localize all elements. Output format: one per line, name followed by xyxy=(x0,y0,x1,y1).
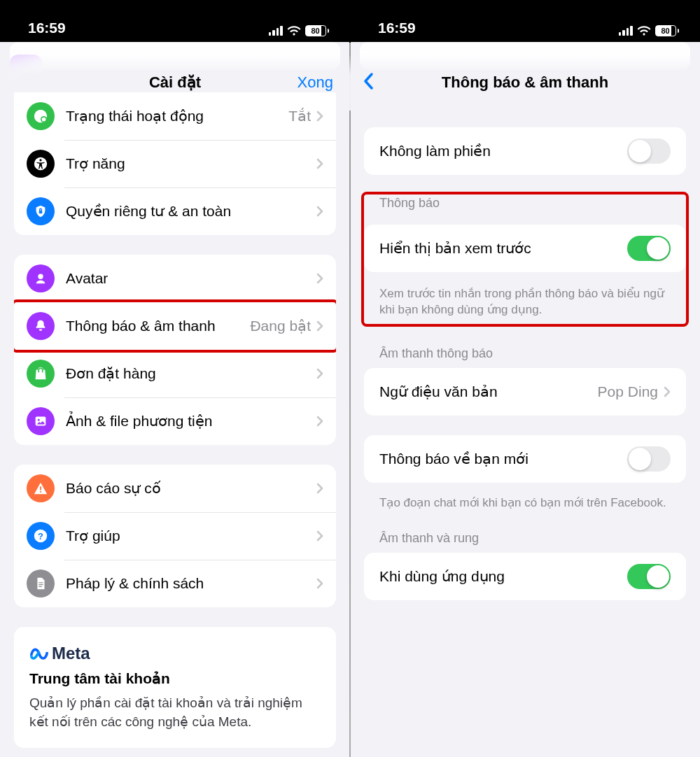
warning-icon xyxy=(27,474,55,502)
svg-rect-10 xyxy=(40,486,41,490)
row-help[interactable]: ? Trợ giúp xyxy=(14,512,336,560)
svg-point-9 xyxy=(38,419,40,421)
section-footer-preview: Xem trước tin nhắn trong phần thông báo … xyxy=(364,279,686,318)
chevron-right-icon xyxy=(316,578,323,589)
svg-rect-7 xyxy=(36,370,45,378)
row-label: Avatar xyxy=(66,270,316,287)
row-show-preview[interactable]: Hiển thị bản xem trước xyxy=(364,225,686,272)
chevron-right-icon xyxy=(316,206,323,217)
svg-point-4 xyxy=(39,159,41,161)
status-bar: 16:59 80 xyxy=(350,0,700,42)
status-time: 16:59 xyxy=(28,20,66,36)
row-label: Khi dùng ứng dụng xyxy=(379,568,627,585)
page-title: Cài đặt xyxy=(149,73,201,92)
group-preview: Hiển thị bản xem trước xyxy=(364,225,686,272)
row-do-not-disturb[interactable]: Không làm phiền xyxy=(364,127,686,175)
battery-icon: 80 xyxy=(305,25,330,36)
chevron-right-icon xyxy=(316,111,323,122)
chevron-right-icon xyxy=(316,530,323,542)
done-button[interactable]: Xong xyxy=(298,73,333,92)
row-legal[interactable]: Pháp lý & chính sách xyxy=(14,560,336,607)
row-privacy[interactable]: Quyền riêng tư & an toàn xyxy=(14,188,336,235)
status-indicators: 80 xyxy=(269,25,330,36)
row-label: Thông báo & âm thanh xyxy=(66,318,250,334)
chevron-right-icon xyxy=(316,273,323,284)
section-footer-newfriend: Tạo đoạn chat mới khi bạn có bạn mới trê… xyxy=(364,488,686,511)
settings-group-support: Báo cáo sự cố ? Trợ giúp Pháp lý & chính… xyxy=(14,465,336,607)
status-indicators: 80 xyxy=(619,25,680,36)
group-dnd: Không làm phiền xyxy=(364,127,686,175)
row-label: Trợ giúp xyxy=(66,528,316,544)
row-label: Trợ năng xyxy=(66,155,316,172)
row-text-tone[interactable]: Ngữ điệu văn bản Pop Ding xyxy=(364,368,686,416)
svg-point-11 xyxy=(40,491,41,493)
row-label: Đơn đặt hàng xyxy=(66,365,316,382)
chevron-right-icon xyxy=(316,483,323,494)
activity-status-icon xyxy=(27,102,55,130)
row-activity-status[interactable]: Trạng thái hoạt động Tắt xyxy=(14,92,336,140)
meta-description: Quản lý phần cài đặt tài khoản và trải n… xyxy=(29,694,321,731)
section-header-sound-vibrate: Âm thanh và rung xyxy=(364,531,686,553)
row-label: Pháp lý & chính sách xyxy=(66,575,316,592)
chevron-right-icon xyxy=(664,386,671,397)
status-time: 16:59 xyxy=(378,20,416,36)
meta-accounts-center[interactable]: Meta Trung tâm tài khoản Quản lý phần cà… xyxy=(14,627,336,748)
row-label: Báo cáo sự cố xyxy=(66,480,316,497)
meta-title: Trung tâm tài khoản xyxy=(29,670,321,687)
avatar-icon xyxy=(27,264,55,292)
shopping-bag-icon xyxy=(27,360,55,388)
page-title: Thông báo & âm thanh xyxy=(442,73,608,92)
chevron-right-icon xyxy=(316,416,323,427)
row-value: Đang bật xyxy=(250,318,311,334)
row-orders[interactable]: Đơn đặt hàng xyxy=(14,350,336,397)
row-label: Thông báo về bạn mới xyxy=(379,451,627,467)
toggle-new-friend[interactable] xyxy=(627,446,671,472)
svg-rect-5 xyxy=(39,211,43,213)
wifi-icon xyxy=(637,26,651,36)
highlight-box: Thông báo Hiển thị bản xem trước Xem trư… xyxy=(361,192,689,327)
svg-text:?: ? xyxy=(38,531,43,542)
row-label: Ảnh & file phương tiện xyxy=(66,413,316,430)
row-new-friend-notification[interactable]: Thông báo về bạn mới xyxy=(364,435,686,483)
svg-point-2 xyxy=(42,118,46,122)
row-label: Ngữ điệu văn bản xyxy=(379,383,598,400)
chevron-right-icon xyxy=(316,368,323,379)
toggle-preview[interactable] xyxy=(627,236,671,261)
back-button[interactable] xyxy=(363,72,374,93)
group-inapp: Khi dùng ứng dụng xyxy=(364,553,686,600)
section-header-notifications: Thông báo xyxy=(364,196,686,218)
privacy-icon xyxy=(27,197,55,225)
chevron-right-icon xyxy=(316,158,323,169)
toggle-dnd[interactable] xyxy=(627,139,671,164)
row-label: Hiển thị bản xem trước xyxy=(379,240,627,257)
status-bar: 16:59 80 xyxy=(0,0,350,42)
row-value: Pop Ding xyxy=(598,383,658,400)
row-in-app[interactable]: Khi dùng ứng dụng xyxy=(364,553,686,600)
row-accessibility[interactable]: Trợ năng xyxy=(14,140,336,188)
chevron-right-icon xyxy=(316,320,323,332)
phone-settings: 16:59 80 Cài đặt Xong Trạng thái hoạt độ… xyxy=(0,0,350,757)
settings-group-prefs: Avatar Thông báo & âm thanh Đang bật Đơn… xyxy=(14,255,336,445)
settings-group-account: Trạng thái hoạt động Tắt Trợ năng Quyền … xyxy=(14,92,336,235)
section-header-notification-sound: Âm thanh thông báo xyxy=(364,346,686,368)
phone-notifications-sounds: 16:59 80 Thông báo & âm thanh Không làm … xyxy=(350,0,700,757)
highlight-box: Thông báo & âm thanh Đang bật xyxy=(14,299,336,353)
document-icon xyxy=(27,569,55,597)
row-avatar[interactable]: Avatar xyxy=(14,255,336,302)
group-newfriend: Thông báo về bạn mới xyxy=(364,435,686,483)
meta-brand-text: Meta xyxy=(52,644,90,663)
meta-logo: Meta xyxy=(29,644,321,663)
row-notifications-sounds[interactable]: Thông báo & âm thanh Đang bật xyxy=(14,302,336,350)
row-report-problem[interactable]: Báo cáo sự cố xyxy=(14,465,336,512)
row-label: Trạng thái hoạt động xyxy=(66,108,288,125)
battery-icon: 80 xyxy=(655,25,680,36)
accessibility-icon xyxy=(27,150,55,178)
toggle-in-app[interactable] xyxy=(627,564,671,589)
row-value: Tắt xyxy=(288,108,311,125)
wifi-icon xyxy=(287,26,301,36)
row-label: Không làm phiền xyxy=(379,143,627,160)
cellular-icon xyxy=(619,26,633,36)
help-icon: ? xyxy=(27,522,55,550)
bell-icon xyxy=(27,312,55,340)
row-photos-media[interactable]: Ảnh & file phương tiện xyxy=(14,397,336,445)
